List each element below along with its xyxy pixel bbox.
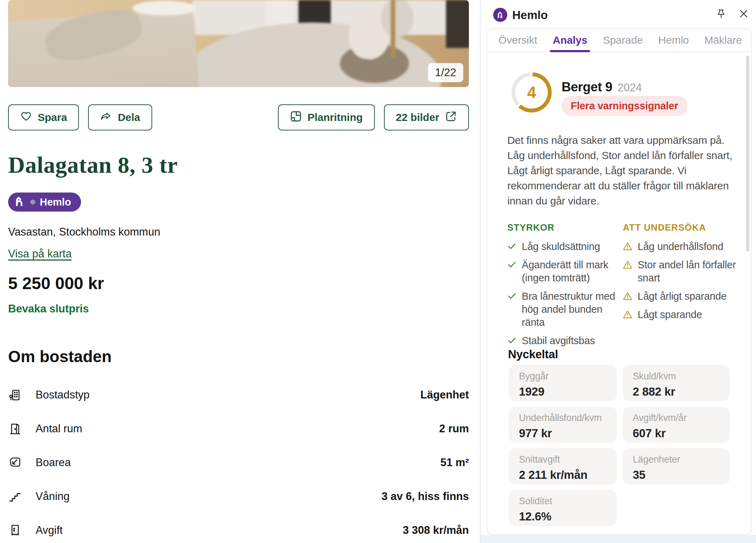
- fact-value: 3 av 6, hiss finns: [382, 490, 469, 503]
- save-button-label: Spara: [38, 111, 67, 123]
- strengths-heading: STYRKOR: [507, 222, 616, 233]
- analysis-summary: Det finns några saker att vara uppmärksa…: [507, 133, 741, 208]
- check-icon: [507, 291, 516, 300]
- association-row: Berget 9 2024: [562, 80, 642, 94]
- hemlo-badge-label: Hemlo: [40, 196, 71, 208]
- warning-icon: [623, 242, 632, 251]
- share-button[interactable]: Dela: [88, 104, 152, 130]
- tab-maklare[interactable]: Mäklare: [705, 29, 742, 51]
- fact-value: 2 rum: [439, 422, 469, 435]
- investigate-item: Låg underhållsfond: [623, 240, 743, 253]
- fact-label: Avgift: [36, 524, 63, 537]
- listing-action-bar: Spara Dela Planritning 22 bilder: [8, 104, 469, 130]
- tab-hemlo[interactable]: Hemlo: [658, 29, 689, 51]
- fact-value: 3 308 kr/mån: [403, 524, 469, 537]
- tab-oversikt[interactable]: Översikt: [498, 29, 537, 51]
- building-icon: [8, 388, 24, 402]
- stat-card-byggar: Byggår 1929: [509, 365, 617, 401]
- fact-row-vaning: Våning 3 av 6, hiss finns: [8, 480, 469, 513]
- investigate-item: Lågt årligt sparande: [623, 290, 743, 303]
- investigate-item: Lågt sparande: [623, 308, 743, 321]
- key-figures-grid: Byggår 1929 Skuld/kvm 2 882 kr Underhåll…: [509, 365, 730, 526]
- strength-item: Stabil avgiftsbas: [507, 334, 616, 347]
- receipt-icon: [8, 523, 24, 537]
- close-panel-button[interactable]: [737, 8, 750, 21]
- photo-counter: 1/22: [428, 63, 463, 82]
- score-ring: 4: [512, 72, 552, 112]
- panel-app-title: Hemlo: [512, 8, 548, 22]
- fact-row-boarea: Boarea 51 m²: [8, 446, 469, 480]
- floorplan-icon: [290, 110, 302, 125]
- stat-card-underhallsfond-kvm: Underhållsfond/kvm 977 kr: [509, 407, 617, 443]
- stairs-icon: [8, 489, 24, 504]
- stat-card-skuld-kvm: Skuld/kvm 2 882 kr: [622, 365, 730, 401]
- hemlo-listing-badge[interactable]: Hemlo: [8, 193, 81, 212]
- stat-card-avgift-kvm-ar: Avgift/kvm/år 607 kr: [622, 407, 730, 443]
- fact-row-antal-rum: Antal rum 2 rum: [8, 412, 469, 446]
- pros-cons-columns: STYRKOR Låg skuldsättning Äganderätt til…: [507, 222, 743, 353]
- share-icon: [100, 111, 112, 124]
- door-icon: [8, 422, 24, 436]
- investigate-column: ATT UNDERSÖKA Låg underhållsfond Stor an…: [623, 222, 743, 353]
- strength-item: Låg skuldsättning: [507, 240, 616, 253]
- heart-icon: [20, 111, 32, 124]
- listing-price: 5 250 000 kr: [8, 274, 104, 293]
- check-icon: [507, 336, 516, 345]
- fact-value: 51 m²: [440, 456, 469, 469]
- stat-card-soliditet: Soliditet 12.6%: [509, 490, 617, 526]
- tab-sparade[interactable]: Sparade: [603, 29, 643, 51]
- fact-label: Antal rum: [36, 422, 82, 435]
- panel-scrollbar[interactable]: [746, 56, 749, 251]
- panel-tab-bar: Översikt Analys Sparade Hemlo Mäklare ⋮: [487, 29, 751, 52]
- save-button[interactable]: Spara: [8, 104, 79, 130]
- hemlo-house-icon: [14, 195, 26, 209]
- share-button-label: Dela: [118, 111, 140, 123]
- fact-label: Boarea: [36, 456, 71, 469]
- listing-location: Vasastan, Stockholms kommun: [8, 226, 160, 238]
- warning-icon: [623, 291, 632, 300]
- stat-card-snittavgift: Snittavgift 2 211 kr/mån: [509, 448, 617, 484]
- report-year: 2024: [618, 81, 642, 94]
- status-dot: [30, 200, 35, 205]
- fact-row-avgift: Avgift 3 308 kr/mån: [8, 513, 469, 543]
- strength-item: Äganderätt till mark (ingen tomträtt): [507, 258, 616, 285]
- close-icon: [738, 8, 749, 20]
- strength-item: Bra lånestruktur med hög andel bunden rä…: [507, 290, 616, 329]
- investigate-heading: ATT UNDERSÖKA: [623, 222, 743, 233]
- listing-photo[interactable]: 1/22: [8, 0, 469, 87]
- open-external-icon: [445, 110, 457, 125]
- all-photos-button[interactable]: 22 bilder: [384, 104, 469, 130]
- floorplan-button[interactable]: Planritning: [278, 104, 375, 130]
- association-name: Berget 9: [562, 80, 612, 94]
- fact-label: Bostadstyp: [36, 389, 89, 401]
- pin-icon: [715, 8, 727, 21]
- warning-icon: [623, 310, 632, 319]
- check-icon: [507, 242, 516, 251]
- watch-final-price-link[interactable]: Bevaka slutpris: [8, 303, 89, 315]
- facts-list: Bostadstyp Lägenhet Antal rum 2 rum: [8, 378, 469, 543]
- about-heading: Om bostaden: [8, 347, 112, 366]
- fact-row-bostadstyp: Bostadstyp Lägenhet: [8, 378, 469, 412]
- warning-signals-badge: Flera varningssignaler: [562, 96, 687, 116]
- investigate-item: Stor andel lån förfaller snart: [623, 258, 743, 285]
- fact-label: Våning: [36, 490, 70, 503]
- floorplan-button-label: Planritning: [308, 111, 363, 123]
- stat-card-lagenheter: Lägenheter 35: [622, 448, 730, 484]
- score-value: 4: [527, 83, 536, 102]
- listing-title: Dalagatan 8, 3 tr: [8, 152, 178, 178]
- tab-analys[interactable]: Analys: [553, 29, 587, 51]
- check-icon: [507, 260, 516, 269]
- photo-placeholder: [8, 0, 469, 87]
- strengths-column: STYRKOR Låg skuldsättning Äganderätt til…: [507, 222, 616, 353]
- area-icon: [8, 456, 24, 470]
- hemlo-logo: [493, 8, 507, 22]
- all-photos-button-label: 22 bilder: [396, 111, 439, 123]
- side-panel-divider: [480, 0, 481, 543]
- pin-panel-button[interactable]: [714, 8, 728, 21]
- warning-icon: [623, 260, 632, 269]
- panel-bottom-gutter: [481, 535, 756, 543]
- show-on-map-link[interactable]: Visa på karta: [8, 248, 72, 260]
- key-figures-heading: Nyckeltal: [508, 348, 558, 361]
- fact-value: Lägenhet: [420, 389, 469, 401]
